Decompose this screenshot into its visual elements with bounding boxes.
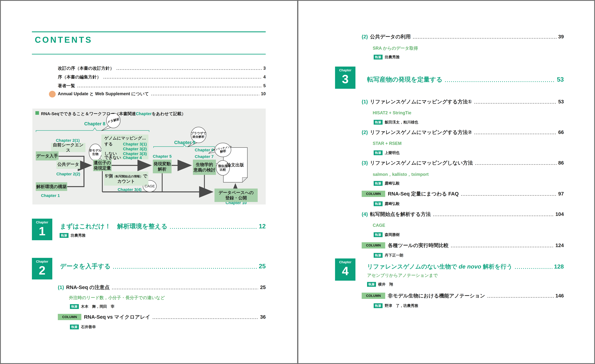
column-page-number: 146 <box>555 293 564 299</box>
chapter-badge-number: 4 <box>335 264 355 278</box>
toc-row: 序（本書の編集方針） 4 <box>58 74 266 80</box>
section-page-number: 86 <box>558 160 564 166</box>
author-badge: 執筆 <box>374 232 382 237</box>
box-expression-change-line2: 解析 <box>158 167 167 172</box>
author-badge: 執筆 <box>70 325 79 329</box>
author-badge: 執筆 <box>374 181 382 186</box>
box-gene-quantification: 遺伝子の 発現定量 <box>93 160 112 171</box>
dot-leader <box>445 81 555 82</box>
section-row: (2) 公共データの利用 39 <box>362 33 564 40</box>
bubble-nonmodel-line1: 非モデル <box>89 149 102 152</box>
page-gutter-divider <box>297 0 298 364</box>
box-expression-change-line1: 発現変動 <box>154 161 171 167</box>
bubble-browser-line1: ブラウザで <box>191 132 206 135</box>
author-badge: 執筆 <box>374 150 382 155</box>
box-gene-quant-line2: 発現定量 <box>94 165 111 171</box>
diagram-title-chapter: Chapter <box>136 111 152 116</box>
genome-mapping-title: ゲノムにマッピング… <box>104 135 146 141</box>
dot-leader <box>77 86 262 88</box>
paper-label-text: 論文出版 <box>227 162 244 168</box>
author-names: 横井 翔 <box>378 282 393 287</box>
chapter-label-7: Chapter 7 <box>195 154 214 159</box>
column-page-number: 124 <box>555 243 564 248</box>
box-database-line2: 登録・公開 <box>225 195 247 201</box>
author-badge: 執筆 <box>374 55 382 59</box>
chapter-label-3-4: Chapter 3(4) <box>118 187 142 192</box>
diagram-title-square-icon <box>35 111 39 115</box>
chapter-label-1: Chapter 1 <box>41 193 60 198</box>
dot-leader <box>412 38 557 39</box>
author-names: 丹下正一朗 <box>385 253 403 258</box>
author-row: 執筆 坊農秀雅 <box>60 233 85 238</box>
chapter-badge-word: Chapter <box>32 260 52 264</box>
column-title: 非モデル生物における機能アノテーション <box>388 292 485 299</box>
chapter-label-9: Chapter 9 <box>174 140 195 145</box>
chapter-title: 転写産物の発現を定量する <box>367 75 443 84</box>
workflow-diagram: RNA-Seqでできること＆ワークフロー（本書関連Chapterをあわせて記載）… <box>32 109 266 204</box>
author-names: 露﨑弘毅 <box>385 181 400 186</box>
dot-leader <box>514 268 552 269</box>
author-badge: 執筆 <box>60 233 69 238</box>
section-row: (1) リファレンスゲノムにマッピングする方法① 53 <box>362 98 564 105</box>
column-page-number: 97 <box>558 191 564 197</box>
contents-rule-top <box>32 31 266 32</box>
chapter-subtitle: アセンブリからアノテーションまで <box>367 273 438 278</box>
bubble-similarity-line2: 比較 <box>218 168 227 172</box>
section-subtitle: 外注時のリード数，小分子・長分子での違いなど <box>69 295 165 301</box>
toc-label: 著者一覧 <box>58 83 75 89</box>
section-subtitle: salmon，kallisto，tximport <box>373 172 429 177</box>
section-number: (4) <box>362 211 368 217</box>
section-subtitle: HISAT2 + StringTie <box>373 110 411 115</box>
chapter-label-4: Chapter 4 <box>123 155 142 160</box>
author-row: 執筆 横井 翔 <box>367 282 393 287</box>
column-badge: COLUMN <box>58 314 81 320</box>
author-badge: 執筆 <box>70 304 79 309</box>
section-number: (1) <box>362 99 368 105</box>
map-yes-label: する <box>104 141 113 147</box>
chapter-2-title-row: データを入手する 25 <box>60 262 266 270</box>
dot-leader <box>103 78 262 79</box>
section-page-number: 66 <box>558 129 564 135</box>
toc-row: 著者一覧 5 <box>58 83 266 89</box>
author-row: 執筆 飯田渓太，粕川雄也 <box>374 120 418 125</box>
column-badge: COLUMN <box>362 293 385 299</box>
toc-row: Annual Update と Web Supplement について 10 <box>58 91 266 97</box>
section-page-number: 39 <box>558 34 564 40</box>
column-title: RNA-Seq 定量にまつわる FAQ <box>388 190 459 197</box>
author-names: 坊農秀雅 <box>71 233 85 238</box>
chapter-title: まずはこれだけ！ 解析環境を整える <box>60 222 167 231</box>
section-page-number: 104 <box>555 211 564 217</box>
box-database-publish: データベースへの 登録・公開 <box>214 189 258 202</box>
author-row: 執筆 坊農秀雅 <box>374 55 400 60</box>
author-names: 飯田渓太，粕川雄也 <box>385 120 418 125</box>
chapter-label-5: Chapter 5 <box>153 154 172 159</box>
bubble-cage-label: CAGE <box>145 184 155 188</box>
toc-row: 改訂の序（本書の改訂方針） 3 <box>58 65 266 71</box>
chapter-label-2-2: Chapter 2(2) <box>56 172 80 176</box>
toc-page-number: 4 <box>263 75 266 79</box>
box-public-data: 公共データ <box>56 160 80 169</box>
dot-leader <box>169 228 257 229</box>
chapter-2-badge: Chapter 2 <box>32 258 52 280</box>
dot-leader <box>116 69 262 70</box>
bubble-nonmodel-line2: 生物 <box>89 152 102 156</box>
author-names: 坊農秀雅 <box>385 55 400 60</box>
box-biological-line2: 意義の検討 <box>194 167 215 173</box>
box-data-acquisition: データ入手 <box>36 151 58 161</box>
chapter-page-number: 128 <box>554 263 564 270</box>
section-title: 公共データの利用 <box>370 33 411 40</box>
section-title: リファレンスゲノムにマッピングしない方法 <box>370 160 473 166</box>
author-badge: 執筆 <box>374 253 382 258</box>
author-badge: 執筆 <box>367 282 376 287</box>
section-number: (3) <box>362 160 368 166</box>
box-env-setup-label: 解析環境の構築 <box>36 184 67 189</box>
chapter-4-title-pre: リファレンスゲノムのない生物で <box>367 263 459 270</box>
dot-leader <box>433 215 554 216</box>
box-biological-line1: 生物学的 <box>196 162 213 167</box>
five-prime-b: で <box>143 173 147 178</box>
box-biological-meaning: 生物学的 意義の検討 <box>193 160 216 175</box>
box-data-acquisition-label: データ入手 <box>36 153 58 159</box>
dot-leader <box>113 268 257 269</box>
chapter-page-number: 12 <box>259 223 266 230</box>
author-names: 木本 舞，岡田 宰 <box>81 304 114 309</box>
